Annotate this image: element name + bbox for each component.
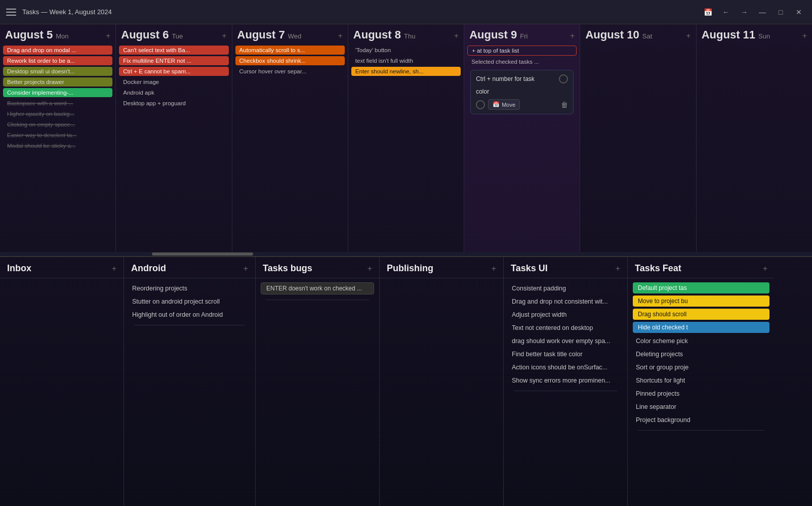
project-task-item[interactable]: Consistent padding	[509, 282, 622, 294]
task-chip[interactable]: Android apk	[119, 88, 228, 97]
task-chip[interactable]: 'Today' button	[351, 46, 461, 55]
project-task-chip[interactable]: ENTER doesn't work on checked ...	[261, 282, 374, 294]
day-add-button[interactable]: +	[570, 31, 575, 40]
project-title: Android	[131, 263, 239, 274]
task-editor-row: Ctrl + number for task	[476, 74, 568, 83]
day-date: August 8	[353, 28, 401, 41]
project-task-item[interactable]: Deleting projects	[633, 348, 769, 360]
task-chip[interactable]: Rework list order to be a...	[3, 56, 112, 65]
project-add-button[interactable]: +	[368, 264, 372, 273]
day-add-button[interactable]: +	[802, 31, 807, 40]
day-col-august-6: August 6Tue+Can't select text with Ba...…	[116, 24, 232, 252]
project-task-item[interactable]: Color scheme pick	[633, 335, 769, 347]
project-task-item[interactable]: drag should work over empty spa...	[509, 335, 622, 347]
task-chip[interactable]: Clicking on empty space...	[3, 120, 112, 129]
day-add-button[interactable]: +	[454, 31, 459, 40]
project-divider	[638, 430, 764, 431]
project-task-item[interactable]: Find better task title color	[509, 348, 622, 360]
project-task-chip[interactable]: Drag should scroll	[633, 309, 769, 320]
project-task-item[interactable]: Highlight out of order on Android	[129, 309, 250, 321]
task-editor-input[interactable]	[476, 87, 568, 96]
task-chip[interactable]: Ctrl + E cannot be spam...	[119, 67, 228, 76]
task-check-circle-small[interactable]	[476, 100, 485, 109]
minimize-btn[interactable]: —	[755, 5, 769, 19]
task-chip[interactable]: Desktop small ui doesn't...	[3, 67, 112, 76]
task-chip[interactable]: Docker image	[119, 77, 228, 87]
back-btn[interactable]: ←	[719, 5, 733, 19]
project-task-chip[interactable]: Move to project bu	[633, 296, 769, 307]
project-task-item[interactable]: Reordering projects	[129, 282, 250, 294]
project-col-tasks-ui: Tasks UI+Consistent paddingDrag and drop…	[504, 257, 628, 506]
project-header: Tasks Feat+	[628, 257, 775, 278]
scrollbar-thumb[interactable]	[152, 252, 253, 256]
task-chip[interactable]: Fix multiline ENTER not ...	[119, 56, 228, 65]
task-chip[interactable]: Automatically scroll to s...	[235, 46, 345, 55]
task-chip[interactable]: Higher opacity on backg...	[3, 109, 112, 118]
project-task-item[interactable]: Project background	[633, 414, 769, 426]
day-date: August 6	[121, 28, 169, 41]
maximize-btn[interactable]: □	[774, 5, 788, 19]
day-add-button[interactable]: +	[106, 31, 110, 40]
close-btn[interactable]: ✕	[792, 5, 806, 19]
task-chip[interactable]: text field isn't full width	[351, 56, 461, 65]
project-task-item[interactable]: Drag and drop not consistent wit...	[509, 296, 622, 308]
day-name: Fri	[520, 32, 527, 40]
project-task-item[interactable]: Adjust project width	[509, 309, 622, 321]
day-header: August 6Tue+	[116, 24, 231, 45]
day-header: August 8Thu+	[348, 24, 464, 45]
project-task-item[interactable]: Line separator	[633, 401, 769, 413]
project-add-button[interactable]: +	[243, 264, 248, 273]
project-col-tasks-feat: Tasks Feat+Default project tasMove to pr…	[628, 257, 775, 506]
forward-btn[interactable]: →	[737, 5, 751, 19]
project-add-button[interactable]: +	[492, 264, 496, 273]
project-task-item[interactable]: Sort or group proje	[633, 361, 769, 373]
day-add-button[interactable]: +	[222, 31, 226, 40]
day-add-button[interactable]: +	[338, 31, 343, 40]
menu-icon[interactable]	[6, 7, 16, 17]
day-tasks: Drag and drop on modal ...Rework list or…	[0, 45, 115, 252]
horizontal-scrollbar[interactable]	[0, 252, 812, 256]
move-button[interactable]: 📅Move	[488, 99, 520, 110]
project-task-list	[380, 278, 503, 506]
task-chip[interactable]: Backspace with a word ...	[3, 99, 112, 108]
project-divider	[266, 300, 369, 300]
calendar-icon-btn[interactable]: 📅	[701, 5, 715, 19]
day-name: Sat	[642, 32, 653, 40]
main-content: August 5Mon+Drag and drop on modal ...Re…	[0, 24, 812, 506]
task-chip[interactable]: Enter should newline, sh...	[351, 67, 461, 76]
day-header: August 5Mon+	[0, 24, 115, 45]
project-add-button[interactable]: +	[112, 264, 116, 273]
day-add-button[interactable]: +	[686, 31, 691, 40]
task-chip[interactable]: Selected checked tasks ...	[467, 57, 577, 66]
task-chip[interactable]: Drag and drop on modal ...	[3, 46, 112, 55]
task-chip[interactable]: Consider implementing-...	[3, 88, 112, 97]
task-chip[interactable]: Desktop app + proguard	[119, 99, 228, 108]
task-chip[interactable]: Easier way to deselect ta...	[3, 131, 112, 140]
project-task-item[interactable]: Pinned projects	[633, 388, 769, 400]
task-chip[interactable]: Can't select text with Ba...	[119, 46, 228, 55]
day-tasks: Automatically scroll to s...Checkbox sho…	[232, 45, 348, 252]
project-task-chip[interactable]: Default project tas	[633, 282, 769, 293]
day-col-august-9: August 9Fri++ at top of task listSelecte…	[464, 24, 580, 252]
project-task-item[interactable]: Shortcuts for light	[633, 374, 769, 387]
project-task-item[interactable]: Show sync errors more prominen...	[509, 374, 622, 387]
project-add-button[interactable]: +	[763, 264, 767, 273]
project-task-chip[interactable]: Hide old checked t	[633, 322, 769, 333]
window-controls: 📅 ← → — □ ✕	[701, 5, 806, 19]
project-header: Android+	[124, 257, 255, 278]
task-chip[interactable]: Checkbox should shrink...	[235, 56, 345, 65]
project-add-button[interactable]: +	[616, 264, 620, 273]
day-date: August 10	[585, 28, 639, 41]
task-chip[interactable]: Modal should be sticky a...	[3, 141, 112, 150]
task-chip[interactable]: + at top of task list	[467, 46, 577, 56]
project-task-item[interactable]: Action icons should be onSurfac...	[509, 361, 622, 373]
task-chip[interactable]: Better projects drawer	[3, 77, 112, 87]
task-chip[interactable]: Cursor hover over separ...	[235, 67, 345, 76]
project-title: Inbox	[7, 263, 108, 274]
day-col-august-5: August 5Mon+Drag and drop on modal ...Re…	[0, 24, 116, 252]
delete-button[interactable]: 🗑	[561, 101, 568, 109]
project-task-item[interactable]: Stutter on android project scroll	[129, 296, 250, 308]
project-task-item[interactable]: Text not centered on desktop	[509, 322, 622, 334]
project-col-android: Android+Reordering projectsStutter on an…	[124, 257, 256, 506]
task-complete-circle[interactable]	[559, 74, 568, 83]
